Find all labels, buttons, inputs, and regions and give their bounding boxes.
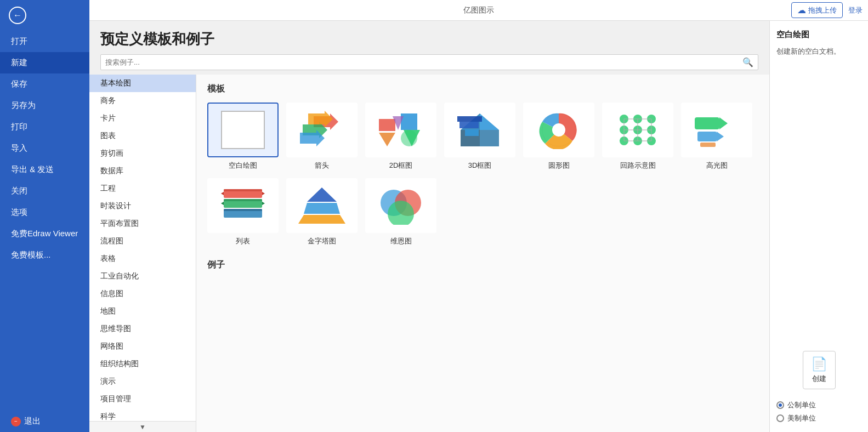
category-item-infographic[interactable]: 信息图	[89, 285, 196, 303]
template-arrow[interactable]: 箭头	[286, 103, 358, 170]
sidebar-item-import[interactable]: 导入	[0, 138, 89, 159]
sidebar-item-options[interactable]: 选项	[0, 202, 89, 223]
svg-marker-52	[304, 203, 340, 214]
templates-area: 模板 空白绘图	[196, 75, 769, 432]
unit-metric[interactable]: 公制单位	[776, 400, 861, 410]
category-item-chart[interactable]: 图表	[89, 127, 196, 145]
sidebar-item-logout[interactable]: − 退出	[0, 411, 89, 432]
arrow-thumb-svg	[297, 111, 347, 149]
examples-section-title: 例子	[207, 259, 758, 271]
template-blank-thumb	[207, 103, 279, 157]
svg-rect-15	[465, 129, 479, 136]
category-list: 基本绘图 商务 卡片 图表 剪切画 数据库 工程 时装设计 平面布置图 流程图 …	[89, 75, 196, 432]
templates-grid: 空白绘图	[207, 103, 758, 246]
category-items-list: 基本绘图 商务 卡片 图表 剪切画 数据库 工程 时装设计 平面布置图 流程图 …	[89, 75, 196, 421]
unit-imperial[interactable]: 美制单位	[776, 413, 861, 423]
back-button[interactable]: ←	[0, 0, 89, 31]
sidebar: ← 打开 新建 保存 另存为 打印 导入 导出 & 发送 关闭 选项 免费Edr…	[0, 0, 89, 432]
upload-button[interactable]: ☁ 拖拽上传	[791, 2, 843, 18]
category-item-flowchart[interactable]: 流程图	[89, 232, 196, 250]
svg-marker-43	[717, 132, 724, 141]
template-pyramid[interactable]: 金字塔图	[286, 178, 358, 246]
page-header: 预定义模板和例子 🔍	[89, 21, 769, 75]
category-item-presentation[interactable]: 演示	[89, 373, 196, 390]
svg-rect-42	[697, 132, 717, 141]
category-item-network[interactable]: 网络图	[89, 338, 196, 355]
page-title: 预定义模板和例子	[100, 30, 758, 49]
template-2d-thumb	[365, 103, 436, 157]
svg-marker-13	[480, 130, 499, 146]
template-highlight[interactable]: 高光图	[681, 103, 752, 170]
template-3d-thumb	[444, 103, 515, 157]
svg-marker-7	[379, 133, 395, 146]
template-arrow-thumb	[286, 103, 358, 157]
create-doc-icon: 📄	[811, 356, 827, 372]
right-panel-description: 创建新的空白文档。	[776, 47, 861, 56]
unit-radio-group: 公制单位 美制单位	[776, 400, 861, 423]
content-area: 预定义模板和例子 🔍 基本绘图 商务 卡片 图表 剪切画	[89, 21, 868, 432]
category-item-card[interactable]: 卡片	[89, 110, 196, 127]
highlight-thumb-svg	[692, 111, 741, 149]
svg-rect-46	[224, 189, 262, 191]
category-item-mindmap[interactable]: 思维导图	[89, 320, 196, 338]
svg-marker-41	[719, 117, 728, 129]
category-item-fashion[interactable]: 时装设计	[89, 197, 196, 215]
template-blank[interactable]: 空白绘图	[207, 103, 279, 170]
template-circuit[interactable]: 回路示意图	[602, 103, 673, 170]
category-item-industrial[interactable]: 工业自动化	[89, 268, 196, 285]
category-scroll-down[interactable]: ▼	[89, 421, 196, 432]
template-blank-label: 空白绘图	[229, 161, 257, 170]
svg-point-18	[552, 123, 565, 137]
category-item-clipart[interactable]: 剪切画	[89, 145, 196, 162]
sidebar-item-export[interactable]: 导出 & 发送	[0, 159, 89, 180]
category-item-business[interactable]: 商务	[89, 92, 196, 110]
template-highlight-label: 高光图	[706, 161, 728, 170]
circuit-thumb-svg	[613, 111, 662, 149]
template-pyramid-label: 金字塔图	[308, 236, 336, 246]
template-list[interactable]: 列表	[207, 178, 279, 246]
category-item-floorplan[interactable]: 平面布置图	[89, 215, 196, 232]
svg-rect-14	[459, 122, 479, 128]
back-icon: ←	[9, 7, 26, 24]
sidebar-item-new[interactable]: 新建	[0, 52, 89, 73]
unit-metric-radio	[776, 401, 784, 409]
search-icon: 🔍	[742, 57, 753, 67]
sidebar-item-saveas[interactable]: 另存为	[0, 95, 89, 116]
template-venn[interactable]: 维恩图	[365, 178, 436, 246]
topbar-right: ☁ 拖拽上传 登录	[791, 2, 863, 18]
category-item-project[interactable]: 项目管理	[89, 390, 196, 408]
template-list-thumb	[207, 178, 279, 233]
template-2d-label: 2D框图	[389, 161, 413, 170]
pyramid-thumb-svg	[297, 186, 347, 225]
sidebar-item-open[interactable]: 打开	[0, 31, 89, 52]
template-3d-label: 3D框图	[468, 161, 492, 170]
template-arrow-label: 箭头	[315, 161, 329, 170]
template-venn-label: 维恩图	[390, 236, 412, 246]
category-item-basic[interactable]: 基本绘图	[89, 75, 196, 92]
search-input[interactable]	[105, 58, 739, 66]
sidebar-item-edraw-viewer[interactable]: 免费Edraw Viewer	[0, 223, 89, 245]
svg-rect-4	[379, 119, 395, 131]
category-item-table[interactable]: 表格	[89, 250, 196, 268]
template-2d-frame[interactable]: 2D框图	[365, 103, 436, 170]
svg-rect-50	[224, 209, 262, 211]
list-thumb-svg	[218, 186, 268, 225]
sidebar-item-free-templates[interactable]: 免费模板...	[0, 245, 89, 266]
login-link[interactable]: 登录	[848, 5, 863, 15]
2d-thumb-svg	[376, 111, 426, 149]
template-3d-frame[interactable]: 3D框图	[444, 103, 515, 170]
svg-point-8	[401, 130, 417, 146]
category-item-map[interactable]: 地图	[89, 303, 196, 320]
category-item-orgchart[interactable]: 组织结构图	[89, 355, 196, 373]
sidebar-item-save[interactable]: 保存	[0, 73, 89, 95]
category-item-database[interactable]: 数据库	[89, 162, 196, 180]
center-panel: 预定义模板和例子 🔍 基本绘图 商务 卡片 图表 剪切画	[89, 21, 769, 432]
category-scroll-wrapper: 基本绘图 商务 卡片 图表 剪切画 数据库 工程 时装设计 平面布置图 流程图 …	[89, 75, 196, 432]
category-item-science[interactable]: 科学	[89, 408, 196, 421]
sidebar-item-print[interactable]: 打印	[0, 116, 89, 138]
create-button[interactable]: 📄 创建	[803, 351, 836, 389]
template-circle[interactable]: 圆形图	[523, 103, 594, 170]
3d-thumb-svg	[455, 111, 504, 149]
sidebar-item-close[interactable]: 关闭	[0, 180, 89, 202]
category-item-engineering[interactable]: 工程	[89, 180, 196, 197]
